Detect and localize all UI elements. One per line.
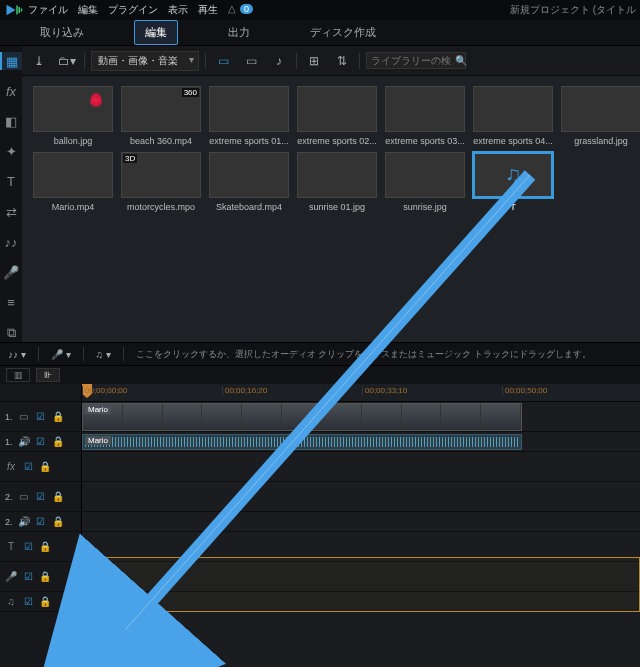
notif-badge: 0 (240, 4, 253, 14)
separator (296, 53, 297, 69)
track-audio-1[interactable]: Mario (82, 432, 640, 452)
track-head-video-1[interactable]: 1.▭☑🔒 (0, 402, 81, 432)
track-video-2[interactable] (82, 482, 640, 512)
tool-pip-icon[interactable]: ◧ (0, 112, 22, 130)
tab-import[interactable]: 取り込み (30, 21, 94, 44)
enable-icon[interactable]: ☑ (35, 436, 47, 448)
filter-image-icon[interactable]: ▭ (240, 51, 262, 71)
media-filter-dropdown[interactable]: 動画・画像・音楽 (91, 51, 199, 71)
voiceover-icon[interactable]: 🎤 ▾ (51, 349, 71, 360)
search-icon[interactable]: 🔍 (455, 55, 467, 66)
track-video-1[interactable]: Mario (82, 402, 640, 432)
enable-icon[interactable]: ☑ (35, 411, 47, 423)
track-audio-2[interactable] (82, 512, 640, 532)
clip-audio[interactable]: Mario (82, 434, 522, 450)
menu-play[interactable]: 再生 (198, 3, 218, 17)
filter-video-icon[interactable]: ▭ (212, 51, 234, 71)
track-head-audio-2[interactable]: 2.🔊☑🔒 (0, 512, 81, 532)
media-item[interactable]: extreme sports 01... (208, 86, 290, 146)
media-item[interactable]: grassland.jpg (560, 86, 640, 146)
track-head-music[interactable]: ♫☑🔒 (0, 592, 81, 612)
lock-icon[interactable]: 🔒 (39, 596, 51, 608)
media-item[interactable]: 360beach 360.mp4 (120, 86, 202, 146)
tool-subtitle-icon[interactable]: ⧉ (0, 324, 22, 342)
lock-icon[interactable]: 🔒 (39, 571, 51, 583)
media-item[interactable]: sunrise.jpg (384, 152, 466, 212)
lock-icon[interactable]: 🔒 (52, 436, 64, 448)
tool-particle-icon[interactable]: ✦ (0, 143, 22, 161)
media-item[interactable]: 3Dmotorcycles.mpo (120, 152, 202, 212)
view-timeline-icon[interactable]: ⊪ (36, 368, 60, 382)
media-thumbnail: 360 (121, 86, 201, 132)
tab-output[interactable]: 出力 (218, 21, 260, 44)
tool-voice-icon[interactable]: 🎤 (0, 263, 22, 281)
notif-icon[interactable]: △0 (228, 3, 253, 17)
view-storyboard-icon[interactable]: ▥ (6, 368, 30, 382)
enable-icon[interactable]: ☑ (22, 461, 34, 473)
media-item[interactable]: ballon.jpg (32, 86, 114, 146)
lock-icon[interactable]: 🔒 (52, 491, 64, 503)
track-head-title[interactable]: T☑🔒 (0, 532, 81, 562)
search-input[interactable] (371, 55, 451, 66)
menu-edit[interactable]: 編集 (78, 3, 98, 17)
ruler-mark: 00;00;16;20 (222, 386, 267, 395)
ruler-mark: 00;00;50;00 (502, 386, 547, 395)
timeline-viewbar: ▥ ⊪ (0, 366, 640, 384)
media-label: extreme sports 02... (297, 136, 377, 146)
track-head-video-2[interactable]: 2.▭☑🔒 (0, 482, 81, 512)
menu-file[interactable]: ファイル (28, 3, 68, 17)
view-grid-icon[interactable]: ⊞ (303, 51, 325, 71)
media-item[interactable]: T (472, 152, 554, 212)
enable-icon[interactable]: ☑ (22, 541, 34, 553)
tool-fx-icon[interactable]: fx (0, 82, 22, 100)
enable-icon[interactable]: ☑ (22, 571, 34, 583)
ruler-mark: 00;00;33;10 (362, 386, 407, 395)
time-ruler[interactable]: 00;00;00;0000;00;16;2000;00;33;1000;00;5… (82, 384, 640, 402)
filter-audio-icon[interactable]: ♪ (268, 51, 290, 71)
clip-video[interactable]: Mario (82, 403, 522, 431)
enable-icon[interactable]: ☑ (35, 516, 47, 528)
media-item[interactable]: Mario.mp4 (32, 152, 114, 212)
import-media-icon[interactable]: ⤓ (28, 51, 50, 71)
lock-icon[interactable]: 🔒 (39, 461, 51, 473)
tool-title-icon[interactable]: T (0, 173, 22, 191)
folder-icon[interactable]: 🗀▾ (56, 51, 78, 71)
track-area[interactable]: 00;00;00;0000;00;16;2000;00;33;1000;00;5… (82, 384, 640, 667)
track-head-audio-1[interactable]: 1.🔊☑🔒 (0, 432, 81, 452)
tool-chapter-icon[interactable]: ≡ (0, 294, 22, 312)
track-head-fx[interactable]: fx☑🔒 (0, 452, 81, 482)
tool-mixer-icon[interactable]: ♪♪ (0, 233, 22, 251)
media-item[interactable]: extreme sports 04... (472, 86, 554, 146)
lock-icon[interactable]: 🔒 (52, 516, 64, 528)
mixer-icon[interactable]: ♪♪ ▾ (8, 349, 26, 360)
music-icon[interactable]: ♫ ▾ (96, 349, 111, 360)
clip-label: Mario (85, 405, 111, 414)
menu-view[interactable]: 表示 (168, 3, 188, 17)
sort-icon[interactable]: ⇅ (331, 51, 353, 71)
library-toolbar: ⤓ 🗀▾ 動画・画像・音楽 ▭ ▭ ♪ ⊞ ⇅ 🔍 (22, 46, 640, 76)
svg-rect-2 (19, 7, 21, 13)
menu-plugin[interactable]: プラグイン (108, 3, 158, 17)
media-item[interactable]: Skateboard.mp4 (208, 152, 290, 212)
enable-icon[interactable]: ☑ (35, 491, 47, 503)
media-thumbnail (473, 152, 553, 198)
enable-icon[interactable]: ☑ (22, 596, 34, 608)
separator (83, 347, 84, 361)
tab-edit[interactable]: 編集 (134, 20, 178, 45)
library-search[interactable]: 🔍 (366, 52, 466, 69)
media-item[interactable]: extreme sports 02... (296, 86, 378, 146)
music-drop-target[interactable] (82, 557, 640, 612)
tab-disc[interactable]: ディスク作成 (300, 21, 386, 44)
media-item[interactable]: extreme sports 03... (384, 86, 466, 146)
project-title: 新規プロジェクト (タイトル (510, 3, 636, 17)
media-item[interactable]: sunrise 01.jpg (296, 152, 378, 212)
tool-media-icon[interactable]: ▦ (0, 52, 22, 70)
track-music[interactable] (82, 592, 640, 612)
media-label: beach 360.mp4 (130, 136, 192, 146)
lock-icon[interactable]: 🔒 (52, 411, 64, 423)
lock-icon[interactable]: 🔒 (39, 541, 51, 553)
tool-transition-icon[interactable]: ⇄ (0, 203, 22, 221)
separator (38, 347, 39, 361)
track-fx[interactable] (82, 452, 640, 482)
track-head-voice[interactable]: 🎤☑🔒 (0, 562, 81, 592)
